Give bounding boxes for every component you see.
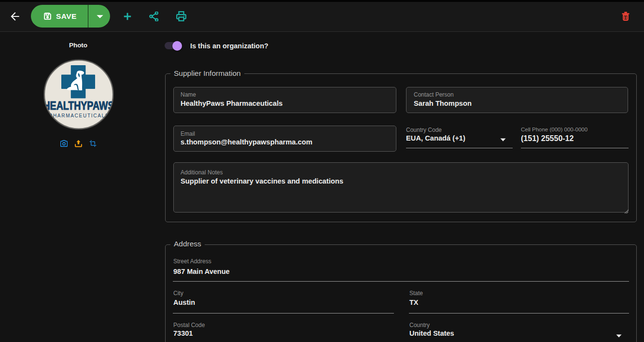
svg-text:PHARMACEUTICALS: PHARMACEUTICALS — [49, 113, 109, 118]
svg-text:HEALTHYPAWS: HEALTHYPAWS — [43, 100, 114, 112]
